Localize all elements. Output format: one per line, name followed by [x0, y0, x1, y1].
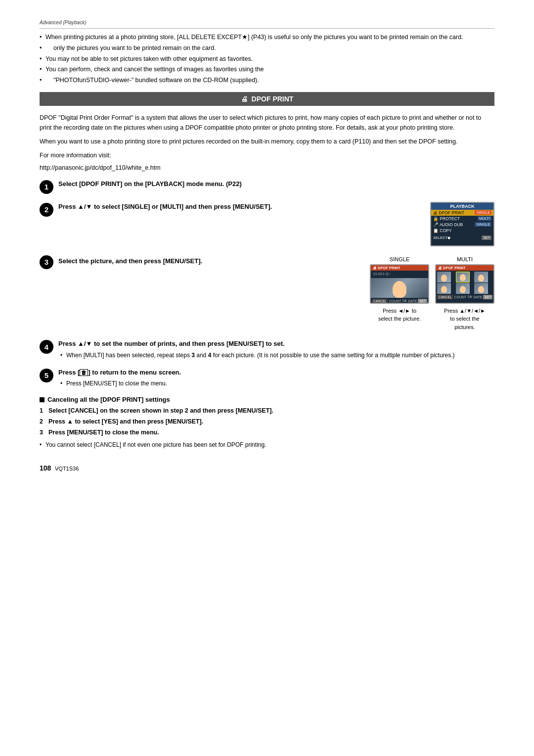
step-4-badge: 4: [40, 340, 53, 354]
step-5-title: Press [🗑] to return to the menu screen.: [58, 368, 494, 378]
step-1-badge: 1: [40, 180, 53, 194]
single-screen-bottom: CANCEL COUNT 1⊕ DATE SET: [371, 299, 428, 303]
multi-set: SET: [483, 295, 492, 299]
cancel-step-1: 1 Select [CANCEL] on the screen shown in…: [40, 406, 494, 416]
single-date: DATE: [408, 299, 417, 303]
bullet-item: When printing pictures at a photo printi…: [40, 33, 494, 42]
step-2-badge: 2: [40, 203, 53, 217]
single-label: SINGLE: [390, 256, 409, 262]
step-3-badge: 3: [40, 255, 53, 269]
cam-menu-audio: 🎤 AUDIO DUB SINGLE: [431, 222, 493, 228]
cancel-step-3: 3 Press [MENU/SET] to close the menu.: [40, 428, 494, 437]
multi-label: MULTI: [457, 256, 473, 262]
step-2-row: 2 Press ▲/▼ to select [SINGLE] or [MULTI…: [40, 202, 494, 246]
step-2-camera-screen: PLAYBACK 🖨 DPOF PRINT SINGLE 🔒 PROTECT M…: [430, 202, 494, 246]
page-number: 108: [40, 464, 51, 472]
page-code: VQT1S36: [55, 466, 79, 472]
thumb-5: [456, 283, 470, 294]
step-4-title: Press ▲/▼ to set the number of prints, a…: [58, 339, 494, 349]
cam-menu-copy: 📋 COPY: [431, 228, 493, 234]
multi-screen: 🖨 DPOF PRINT CANCEL COUNT 1⊕: [435, 264, 494, 304]
thumb-3: [474, 272, 488, 283]
intro-para-1: DPOF "Digital Print Order Format" is a s…: [40, 113, 494, 133]
section-title-text: DPOF PRINT: [252, 95, 294, 103]
step-4-sub: When [MULTI] has been selected, repeat s…: [58, 351, 494, 360]
multi-count-val: 1⊕: [467, 295, 472, 299]
camera-display: PLAYBACK 🖨 DPOF PRINT SINGLE 🔒 PROTECT M…: [430, 202, 494, 246]
step-3-images: SINGLE 🖨 DPOF PRINT 10-001◁▷ CANCEL COUN…: [370, 256, 494, 331]
cancel-header-text: Canceling all the [DPOF PRINT] settings: [47, 396, 170, 403]
step-4-row: 4 Press ▲/▼ to set the number of prints,…: [40, 339, 494, 360]
cam-bottom: SELECT◆ SET: [431, 235, 493, 241]
page-number-row: 108 VQT1S36: [40, 464, 494, 472]
step-1-row: 1 Select [DPOF PRINT] on the [PLAYBACK] …: [40, 179, 494, 194]
single-screen-title: 🖨 DPOF PRINT: [371, 265, 428, 271]
cancel-header: Canceling all the [DPOF PRINT] settings: [40, 396, 494, 403]
step-5-content: Press [🗑] to return to the menu screen. …: [58, 368, 494, 388]
thumb-6: [474, 283, 488, 294]
thumb-4: [437, 283, 451, 294]
multi-count-label: COUNT: [454, 295, 466, 299]
divider: [40, 28, 494, 29]
section-title-bar: 🖨 DPOF PRINT: [40, 92, 494, 106]
cam-menu-dpof: 🖨 DPOF PRINT SINGLE: [431, 210, 493, 216]
single-screen-info: 10-001◁▷: [371, 271, 428, 277]
step-3-content: Select the picture, and then press [MENU…: [58, 254, 494, 331]
cancel-section: Canceling all the [DPOF PRINT] settings …: [40, 396, 494, 449]
multi-cancel: CANCEL: [437, 295, 453, 299]
multi-date: DATE: [473, 295, 482, 299]
multi-grid: [436, 271, 493, 295]
step-3-title: Select the picture, and then press [MENU…: [58, 256, 363, 266]
single-count-label: COUNT: [389, 299, 401, 303]
print-icon: 🖨: [241, 95, 248, 103]
intro-url: http://panasonic.jp/dc/dpof_110/white_e.…: [40, 164, 494, 171]
cancel-step-2: 2 Press ▲ to select [YES] and then press…: [40, 417, 494, 426]
single-col: SINGLE 🖨 DPOF PRINT 10-001◁▷ CANCEL COUN…: [370, 256, 429, 331]
bullet-item: only the pictures you want to be printed…: [40, 44, 494, 53]
single-screen: 🖨 DPOF PRINT 10-001◁▷ CANCEL COUNT 1⊕ DA…: [370, 264, 429, 304]
step-5-row: 5 Press [🗑] to return to the menu screen…: [40, 368, 494, 388]
intro-para-3: For more information visit:: [40, 150, 494, 160]
cam-menu-protect: 🔒 PROTECT MULTI: [431, 216, 493, 222]
single-photo-area: [371, 278, 428, 298]
cancel-steps: 1 Select [CANCEL] on the screen shown in…: [40, 406, 494, 437]
bullet-item: You may not be able to set pictures take…: [40, 54, 494, 64]
single-count-val: 1⊕: [402, 299, 407, 303]
cam-set-btn: SET: [482, 236, 491, 240]
photo-silhouette: [393, 281, 406, 298]
step-4-content: Press ▲/▼ to set the number of prints, a…: [58, 339, 494, 360]
cancel-note: You cannot select [CANCEL] if not even o…: [40, 440, 494, 449]
multi-screen-bottom: CANCEL COUNT 1⊕ DATE SET: [436, 295, 493, 299]
step-2-content: Press ▲/▼ to select [SINGLE] or [MULTI] …: [58, 202, 494, 246]
step-1-title: Select [DPOF PRINT] on the [PLAYBACK] mo…: [58, 179, 494, 189]
bullet-item: "PHOTOfunSTUDIO-viewer-" bundled softwar…: [40, 76, 494, 85]
step-5-badge: 5: [40, 369, 53, 382]
multi-col: MULTI 🖨 DPOF PRINT CANCEL: [435, 256, 494, 331]
single-cancel: CANCEL: [372, 299, 388, 303]
intro-para-2: When you want to use a photo printing st…: [40, 137, 494, 146]
black-square-icon: [40, 397, 44, 402]
cam-title: PLAYBACK: [431, 203, 493, 210]
step-5-sub: Press [MENU/SET] to close the menu.: [58, 379, 494, 388]
multi-caption: Press ▲/▼/◄/►to select thepictures.: [444, 307, 486, 331]
multi-screen-title: 🖨 DPOF PRINT: [436, 265, 493, 271]
step-1-content: Select [DPOF PRINT] on the [PLAYBACK] mo…: [58, 179, 494, 191]
step-3-row: 3 Select the picture, and then press [ME…: [40, 254, 494, 331]
cam-select-label: SELECT◆: [433, 236, 450, 240]
thumb-1: [437, 272, 451, 283]
single-caption: Press ◄/► toselect the picture.: [378, 307, 421, 323]
thumb-2: [456, 272, 470, 283]
step-2-title: Press ▲/▼ to select [SINGLE] or [MULTI] …: [58, 202, 422, 212]
section-label: Advanced (Playback): [40, 20, 494, 25]
intro-bullets: When printing pictures at a photo printi…: [40, 33, 494, 85]
single-set: SET: [418, 299, 427, 303]
bullet-item: You can perform, check and cancel the se…: [40, 65, 494, 74]
